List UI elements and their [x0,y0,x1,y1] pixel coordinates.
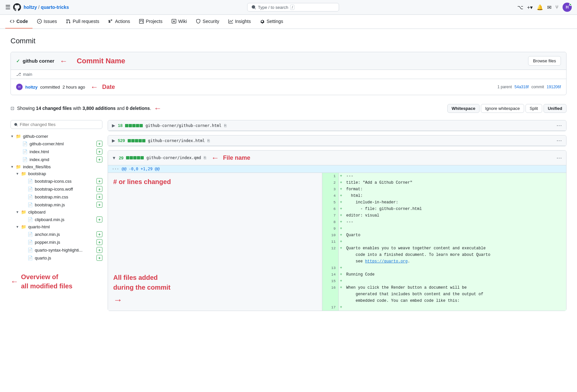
add-file-button[interactable]: + [96,178,102,184]
file-name: bootstrap-icons.css [35,179,72,184]
hunk-expand-icon[interactable]: ··· [112,167,119,171]
search-box[interactable]: Type / to search / [247,3,339,11]
dots-menu[interactable]: ··· [557,138,562,143]
commit-box: ✓ github corner ← Commit Name Browse fil… [11,52,566,95]
fork-icon[interactable]: ⑂ [555,4,559,10]
add-block [128,139,131,142]
add-file-button[interactable]: + [96,247,102,253]
copy-icon[interactable]: ⎘ [207,138,210,143]
tab-projects[interactable]: Projects [135,15,167,29]
add-file-button[interactable]: + [96,231,102,237]
collapse-icon[interactable]: ⊡ [11,106,14,111]
filename-arrow: ← [211,153,219,162]
filter-changed-files-input[interactable] [20,122,99,127]
tab-code[interactable]: Code [5,15,32,29]
diff-blocks [125,124,143,127]
terminal-icon[interactable]: ⌥ [517,4,523,10]
folder-icon: 📁 [21,224,26,229]
notification-icon[interactable]: 🔔 [537,4,543,10]
dots-menu[interactable]: ··· [557,155,562,160]
folder-github-corner[interactable]: ▼ 📁 github-corner [11,133,102,140]
nav-right: ⌥ +▾ 🔔 ✉ ⑂ H [517,3,572,12]
tab-actions[interactable]: Actions [104,15,135,29]
file-sidebar: ▼ 📁 github-corner 📄 github-corner.html +… [11,120,102,315]
list-item[interactable]: 📄 bootstrap-icons.css + [21,177,102,185]
add-file-button[interactable]: + [96,186,102,192]
line-content: --- [344,219,566,225]
github-logo[interactable] [13,3,21,11]
line-content: - file: github-corner.html [344,206,566,212]
expand-icon[interactable]: ▼ [112,155,116,160]
committer-link[interactable]: holtzy [25,85,38,90]
tab-insights[interactable]: Insights [224,15,255,29]
folder-icon: 📁 [21,171,26,176]
list-item[interactable]: 📄 quarto-syntax-highlighti... + [21,246,102,254]
lines-changed-text: # or lines changed [113,178,171,186]
add-file-button[interactable]: + [96,217,102,222]
line-number: 5 [322,199,339,206]
add-file-button[interactable]: + [96,141,102,147]
breadcrumb-user[interactable]: holtzy [24,5,37,10]
expand-icon[interactable]: ▶ [112,138,115,143]
expand-icon[interactable]: ▶ [112,123,115,128]
add-file-button[interactable]: + [96,202,102,208]
list-item[interactable]: 📄 quarto.js + [21,254,102,262]
line-number: 7 [322,212,339,219]
parent-hash[interactable]: 54a318f [515,85,529,89]
user-avatar[interactable]: H [563,3,572,12]
add-file-button[interactable]: + [96,239,102,245]
file-diff-title-1: ▶ 18 github-corner/github-corner.html ⎘ [112,123,226,128]
overview-arrow: ← [11,277,18,286]
add-file-button[interactable]: + [96,156,102,162]
list-item[interactable]: 📄 bootstrap.min.js + [21,201,102,209]
add-file-button[interactable]: + [96,149,102,155]
list-item[interactable]: 📄 bootstrap.min.css + [21,193,102,201]
copy-icon[interactable]: ⎘ [224,123,226,128]
unified-button[interactable]: Unified [544,104,566,113]
search-placeholder: Type / to search [258,5,288,10]
list-item[interactable]: 📄 bootstrap-icons.woff + [21,185,102,193]
tab-settings[interactable]: Settings [255,15,288,29]
commit-full-hash[interactable]: 191206f [547,85,561,89]
browse-files-button[interactable]: Browse files [528,56,561,66]
line-content [344,265,566,271]
add-file-button[interactable]: + [96,194,102,200]
whitespace-button[interactable]: Whitespace [447,104,480,113]
commit-header: ✓ github corner ← Commit Name Browse fil… [11,52,566,70]
file-name: quarto-syntax-highlighti... [35,248,82,253]
folder-clipboard[interactable]: ▼ 📁 clipboard [16,209,102,216]
copy-icon[interactable]: ⎘ [204,155,206,160]
ignore-whitespace-button[interactable]: Ignore whitespace [481,104,524,113]
hamburger-icon[interactable]: ☰ [5,4,11,11]
list-item[interactable]: 📄 github-corner.html + [16,140,102,148]
file-tree: ▼ 📁 github-corner 📄 github-corner.html +… [11,133,102,262]
tab-pullrequests[interactable]: Pull requests [61,15,104,29]
list-item[interactable]: 📄 index.qmd + [16,155,102,163]
tab-issues[interactable]: Issues [32,15,61,29]
breadcrumb-repo[interactable]: quarto-tricks [41,5,69,10]
list-item[interactable]: 📄 popper.min.js + [21,238,102,246]
filter-search-icon [14,123,18,127]
add-file-button[interactable]: + [96,255,102,261]
plus-icon[interactable]: +▾ [527,4,533,10]
inbox-icon[interactable]: ✉ [547,4,551,10]
add-block [133,156,137,159]
line-content: Quarto [344,232,566,238]
diff-line: 10 + Quarto [322,232,566,238]
pr-icon [66,19,71,24]
line-number: 12 [322,245,339,265]
list-item[interactable]: 📄 clipboard.min.js + [21,216,102,223]
filter-input-wrapper[interactable] [11,120,102,129]
folder-bootstrap[interactable]: ▼ 📁 bootstrap [16,170,102,177]
list-item[interactable]: 📄 index.html + [16,148,102,155]
folder-quarto-html[interactable]: ▼ 📁 quarto-html [16,223,102,230]
tab-security[interactable]: Security [191,15,224,29]
split-button[interactable]: Split [525,104,542,113]
add-block [126,156,129,159]
file-icon: 📄 [28,179,33,184]
dots-menu[interactable]: ··· [557,123,562,128]
list-item[interactable]: 📄 anchor.min.js + [21,230,102,238]
folder-index-files-libs[interactable]: ▼ 📁 index_files/libs [11,163,102,170]
file-name: popper.min.js [35,240,60,245]
tab-wiki[interactable]: Wiki [167,15,191,29]
